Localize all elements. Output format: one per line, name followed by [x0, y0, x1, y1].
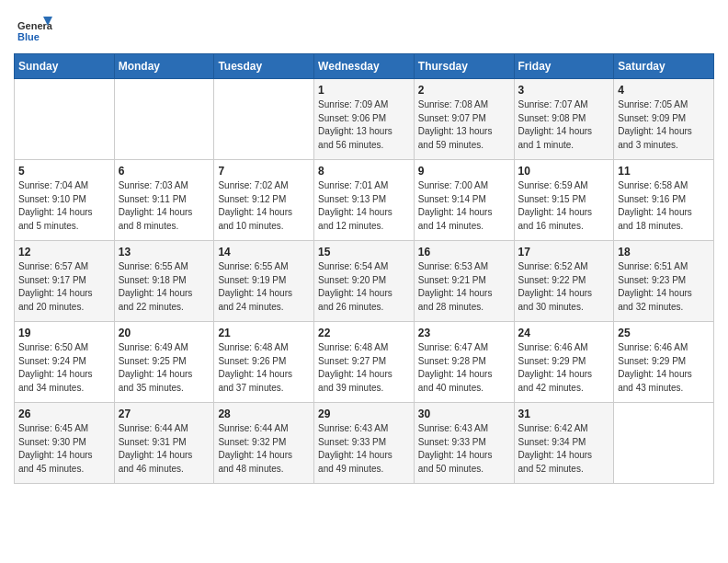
calendar-week-1: 1Sunrise: 7:09 AM Sunset: 9:06 PM Daylig…	[15, 79, 714, 160]
day-info: Sunrise: 6:55 AM Sunset: 9:19 PM Dayligh…	[218, 260, 310, 314]
day-number: 11	[618, 165, 710, 178]
day-number: 1	[318, 84, 410, 97]
calendar-cell: 16Sunrise: 6:53 AM Sunset: 9:21 PM Dayli…	[414, 241, 514, 322]
calendar-table: SundayMondayTuesdayWednesdayThursdayFrid…	[14, 53, 714, 484]
day-info: Sunrise: 7:03 AM Sunset: 9:11 PM Dayligh…	[119, 179, 210, 233]
day-number: 25	[618, 327, 710, 339]
calendar-cell: 24Sunrise: 6:46 AM Sunset: 9:29 PM Dayli…	[514, 322, 614, 403]
day-info: Sunrise: 7:04 AM Sunset: 9:10 PM Dayligh…	[18, 179, 110, 233]
calendar-cell: 22Sunrise: 6:48 AM Sunset: 9:27 PM Dayli…	[314, 322, 415, 403]
day-info: Sunrise: 6:55 AM Sunset: 9:18 PM Dayligh…	[119, 260, 210, 314]
calendar-cell: 5Sunrise: 7:04 AM Sunset: 9:10 PM Daylig…	[15, 160, 115, 241]
day-info: Sunrise: 6:46 AM Sunset: 9:29 PM Dayligh…	[618, 341, 710, 395]
day-info: Sunrise: 7:08 AM Sunset: 9:07 PM Dayligh…	[418, 98, 510, 152]
logo: General Blue	[14, 9, 56, 48]
day-number: 6	[119, 165, 210, 178]
day-number: 2	[418, 84, 510, 97]
day-number: 5	[18, 165, 110, 178]
day-info: Sunrise: 6:45 AM Sunset: 9:30 PM Dayligh…	[18, 422, 110, 476]
calendar-cell: 10Sunrise: 6:59 AM Sunset: 9:15 PM Dayli…	[514, 160, 614, 241]
svg-text:Blue: Blue	[17, 31, 40, 42]
day-number: 30	[418, 408, 510, 420]
day-info: Sunrise: 6:43 AM Sunset: 9:33 PM Dayligh…	[318, 422, 410, 476]
day-info: Sunrise: 6:48 AM Sunset: 9:27 PM Dayligh…	[318, 341, 410, 395]
calendar-cell: 29Sunrise: 6:43 AM Sunset: 9:33 PM Dayli…	[314, 403, 415, 484]
day-number: 3	[518, 84, 610, 97]
calendar-cell: 26Sunrise: 6:45 AM Sunset: 9:30 PM Dayli…	[15, 403, 115, 484]
calendar-cell: 12Sunrise: 6:57 AM Sunset: 9:17 PM Dayli…	[15, 241, 115, 322]
header-monday: Monday	[114, 54, 214, 79]
day-number: 19	[18, 327, 110, 339]
day-number: 22	[318, 327, 410, 339]
calendar-cell: 9Sunrise: 7:00 AM Sunset: 9:14 PM Daylig…	[414, 160, 514, 241]
day-number: 16	[418, 246, 510, 259]
day-number: 28	[218, 408, 310, 420]
calendar-cell: 7Sunrise: 7:02 AM Sunset: 9:12 PM Daylig…	[214, 160, 314, 241]
calendar-cell: 18Sunrise: 6:51 AM Sunset: 9:23 PM Dayli…	[614, 241, 714, 322]
calendar-week-2: 5Sunrise: 7:04 AM Sunset: 9:10 PM Daylig…	[15, 160, 714, 241]
calendar-cell: 20Sunrise: 6:49 AM Sunset: 9:25 PM Dayli…	[114, 322, 214, 403]
day-info: Sunrise: 6:43 AM Sunset: 9:33 PM Dayligh…	[418, 422, 510, 476]
calendar-cell: 15Sunrise: 6:54 AM Sunset: 9:20 PM Dayli…	[314, 241, 415, 322]
day-number: 15	[318, 246, 410, 259]
day-number: 12	[18, 246, 110, 259]
day-number: 21	[218, 327, 310, 339]
calendar-cell: 13Sunrise: 6:55 AM Sunset: 9:18 PM Dayli…	[114, 241, 214, 322]
day-info: Sunrise: 6:46 AM Sunset: 9:29 PM Dayligh…	[518, 341, 610, 395]
day-number: 7	[218, 165, 310, 178]
day-number: 4	[618, 84, 710, 97]
header-thursday: Thursday	[414, 54, 514, 79]
calendar-cell	[614, 403, 714, 484]
header-wednesday: Wednesday	[314, 54, 415, 79]
calendar-cell: 21Sunrise: 6:48 AM Sunset: 9:26 PM Dayli…	[214, 322, 314, 403]
calendar-cell: 4Sunrise: 7:05 AM Sunset: 9:09 PM Daylig…	[614, 79, 714, 160]
day-info: Sunrise: 6:47 AM Sunset: 9:28 PM Dayligh…	[418, 341, 510, 395]
day-info: Sunrise: 6:59 AM Sunset: 9:15 PM Dayligh…	[518, 179, 610, 233]
calendar-cell: 14Sunrise: 6:55 AM Sunset: 9:19 PM Dayli…	[214, 241, 314, 322]
day-number: 24	[518, 327, 610, 339]
day-info: Sunrise: 6:52 AM Sunset: 9:22 PM Dayligh…	[518, 260, 610, 314]
day-info: Sunrise: 6:54 AM Sunset: 9:20 PM Dayligh…	[318, 260, 410, 314]
calendar-cell: 31Sunrise: 6:42 AM Sunset: 9:34 PM Dayli…	[514, 403, 614, 484]
day-info: Sunrise: 7:09 AM Sunset: 9:06 PM Dayligh…	[318, 98, 410, 152]
day-info: Sunrise: 6:50 AM Sunset: 9:24 PM Dayligh…	[18, 341, 110, 395]
day-info: Sunrise: 7:07 AM Sunset: 9:08 PM Dayligh…	[518, 98, 610, 152]
calendar-week-5: 26Sunrise: 6:45 AM Sunset: 9:30 PM Dayli…	[15, 403, 714, 484]
calendar-cell: 27Sunrise: 6:44 AM Sunset: 9:31 PM Dayli…	[114, 403, 214, 484]
calendar-cell: 6Sunrise: 7:03 AM Sunset: 9:11 PM Daylig…	[114, 160, 214, 241]
calendar-cell: 17Sunrise: 6:52 AM Sunset: 9:22 PM Dayli…	[514, 241, 614, 322]
day-number: 17	[518, 246, 610, 259]
header-tuesday: Tuesday	[214, 54, 314, 79]
calendar-cell: 28Sunrise: 6:44 AM Sunset: 9:32 PM Dayli…	[214, 403, 314, 484]
calendar-week-4: 19Sunrise: 6:50 AM Sunset: 9:24 PM Dayli…	[15, 322, 714, 403]
day-info: Sunrise: 6:57 AM Sunset: 9:17 PM Dayligh…	[18, 260, 110, 314]
day-info: Sunrise: 6:48 AM Sunset: 9:26 PM Dayligh…	[218, 341, 310, 395]
logo-icon: General Blue	[14, 9, 52, 48]
calendar-cell: 1Sunrise: 7:09 AM Sunset: 9:06 PM Daylig…	[314, 79, 415, 160]
calendar-cell: 11Sunrise: 6:58 AM Sunset: 9:16 PM Dayli…	[614, 160, 714, 241]
calendar-cell: 30Sunrise: 6:43 AM Sunset: 9:33 PM Dayli…	[414, 403, 514, 484]
calendar-cell: 25Sunrise: 6:46 AM Sunset: 9:29 PM Dayli…	[614, 322, 714, 403]
day-info: Sunrise: 6:53 AM Sunset: 9:21 PM Dayligh…	[418, 260, 510, 314]
day-info: Sunrise: 7:02 AM Sunset: 9:12 PM Dayligh…	[218, 179, 310, 233]
day-number: 26	[18, 408, 110, 420]
day-info: Sunrise: 7:00 AM Sunset: 9:14 PM Dayligh…	[418, 179, 510, 233]
calendar-cell	[15, 79, 115, 160]
day-number: 8	[318, 165, 410, 178]
day-number: 14	[218, 246, 310, 259]
day-number: 31	[518, 408, 610, 420]
day-number: 20	[119, 327, 210, 339]
day-number: 23	[418, 327, 510, 339]
calendar-cell: 2Sunrise: 7:08 AM Sunset: 9:07 PM Daylig…	[414, 79, 514, 160]
calendar-cell: 23Sunrise: 6:47 AM Sunset: 9:28 PM Dayli…	[414, 322, 514, 403]
day-number: 29	[318, 408, 410, 420]
day-info: Sunrise: 6:49 AM Sunset: 9:25 PM Dayligh…	[119, 341, 210, 395]
day-info: Sunrise: 7:01 AM Sunset: 9:13 PM Dayligh…	[318, 179, 410, 233]
day-number: 18	[618, 246, 710, 259]
calendar-cell: 3Sunrise: 7:07 AM Sunset: 9:08 PM Daylig…	[514, 79, 614, 160]
day-info: Sunrise: 6:58 AM Sunset: 9:16 PM Dayligh…	[618, 179, 710, 233]
header-sunday: Sunday	[15, 54, 115, 79]
day-info: Sunrise: 6:44 AM Sunset: 9:31 PM Dayligh…	[119, 422, 210, 476]
calendar-cell: 8Sunrise: 7:01 AM Sunset: 9:13 PM Daylig…	[314, 160, 415, 241]
calendar-cell: 19Sunrise: 6:50 AM Sunset: 9:24 PM Dayli…	[15, 322, 115, 403]
